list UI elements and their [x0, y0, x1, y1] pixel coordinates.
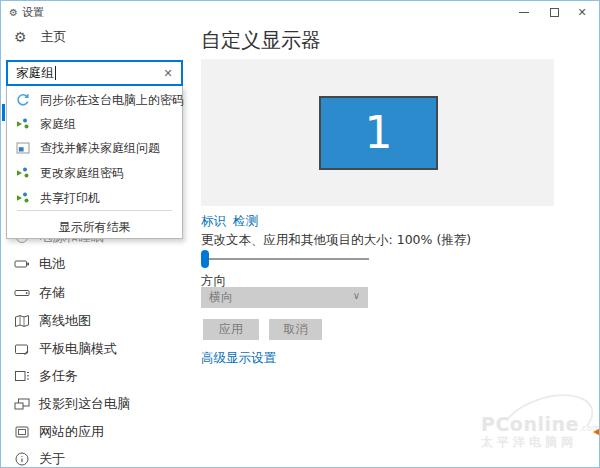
sync-icon: [15, 92, 31, 108]
advanced-display-settings-link[interactable]: 高级显示设置: [201, 350, 276, 367]
sidebar-item-multitasking[interactable]: 多任务: [1, 365, 191, 387]
orientation-select[interactable]: 横向 ∨: [201, 287, 368, 308]
projecting-icon: [14, 396, 30, 412]
identify-link[interactable]: 标识: [201, 213, 226, 230]
tablet-mode-icon: [14, 341, 30, 357]
storage-icon: [14, 285, 30, 301]
monitor-number: 1: [365, 111, 393, 155]
sidebar-item-offline-maps[interactable]: 离线地图: [1, 310, 191, 332]
search-result-homegroup[interactable]: 家庭组: [7, 113, 182, 135]
about-icon: [14, 451, 30, 467]
search-result-change-homegroup-password[interactable]: 更改家庭组密码: [7, 162, 182, 184]
sidebar-item-partial[interactable]: 电源和睡眠: [1, 239, 189, 248]
apps-for-websites-icon: [14, 424, 30, 440]
clear-search-icon[interactable]: ✕: [161, 67, 175, 80]
app-title: ⚙ 设置: [9, 5, 44, 20]
text-caret: [55, 66, 56, 80]
power-sleep-icon: [14, 239, 30, 245]
scale-label: 更改文本、应用和其他项目的大小: 100% (推荐): [201, 232, 471, 249]
watermark-subtitle: 太平洋电脑网: [481, 434, 577, 451]
page-title: 自定义显示器: [201, 27, 321, 54]
search-result-share-printers[interactable]: 共享打印机: [7, 187, 182, 209]
watermark-triangle: [593, 427, 600, 437]
sidebar-item-battery[interactable]: 电池: [1, 253, 191, 275]
watermark-brand: PConline.com.cn: [481, 413, 600, 435]
apply-button[interactable]: 应用: [203, 319, 259, 340]
gear-icon: ⚙: [14, 30, 27, 44]
close-button[interactable]: ✕: [567, 1, 597, 23]
orientation-value: 横向: [209, 289, 233, 306]
search-value: 家庭组: [16, 65, 54, 82]
show-all-results[interactable]: 显示所有结果: [7, 217, 182, 237]
sidebar-item-storage[interactable]: 存储: [1, 282, 191, 304]
cancel-button[interactable]: 取消: [269, 319, 322, 340]
window-title: 设置: [22, 5, 44, 20]
chevron-down-icon: ∨: [353, 290, 360, 301]
search-result-troubleshoot-homegroup[interactable]: 查找并解决家庭组问题: [7, 137, 182, 159]
homegroup-icon: [15, 190, 31, 206]
settings-app-icon: ⚙: [9, 7, 18, 18]
scale-slider-track[interactable]: [201, 258, 369, 260]
homegroup-icon: [15, 165, 31, 181]
sidebar-item-about[interactable]: 关于: [1, 448, 191, 468]
maximize-icon: [550, 8, 559, 17]
display-preview-panel: 1: [201, 59, 554, 206]
settings-window: ⚙ 设置 ✕ ⚙ 主页 电源和睡眠 电池 存储: [0, 0, 600, 468]
troubleshoot-icon: [15, 140, 31, 156]
scale-slider-thumb[interactable]: [201, 250, 209, 268]
search-result-sync-passwords[interactable]: 同步你在这台电脑上的密码: [7, 89, 182, 111]
maximize-button[interactable]: [539, 1, 569, 23]
multitasking-icon: [14, 368, 30, 384]
homegroup-icon: [15, 116, 31, 132]
minimize-button[interactable]: [509, 1, 539, 23]
sidebar-item-tablet-mode[interactable]: 平板电脑模式: [1, 338, 191, 360]
search-results-dropdown: 同步你在这台电脑上的密码 家庭组 查找并解决家庭组问题 更改家庭组密码 共享打印: [6, 86, 183, 239]
minimize-icon: [519, 12, 529, 13]
search-input[interactable]: 家庭组 ✕: [6, 60, 183, 86]
offline-maps-icon: [14, 313, 30, 329]
close-icon: ✕: [577, 6, 586, 19]
battery-icon: [14, 256, 30, 272]
selected-item-accent-bar: [2, 104, 5, 121]
pconline-watermark: PConline.com.cn 太平洋电脑网: [469, 399, 600, 455]
home-label: 主页: [41, 28, 67, 46]
titlebar: ⚙ 设置 ✕: [1, 1, 599, 25]
sidebar-item-home[interactable]: ⚙ 主页: [14, 28, 67, 46]
sidebar-item-apps-for-websites[interactable]: 网站的应用: [1, 421, 191, 443]
sidebar-item-projecting[interactable]: 投影到这台电脑: [1, 393, 191, 415]
dropdown-separator: [17, 210, 172, 211]
detect-link[interactable]: 检测: [233, 213, 258, 230]
monitor-1[interactable]: 1: [319, 96, 438, 170]
